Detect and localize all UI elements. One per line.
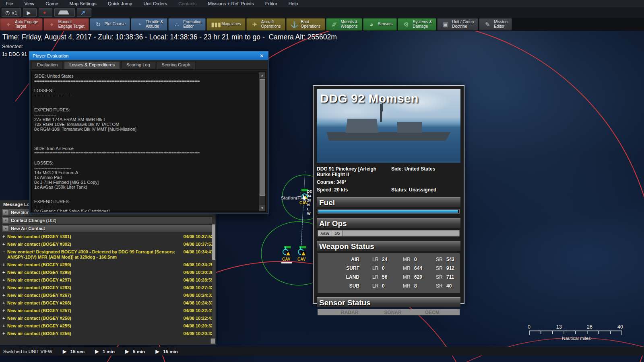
- sensor-radar-label[interactable]: RADAR: [341, 310, 358, 315]
- scroll-up-icon[interactable]: ▲: [259, 72, 265, 78]
- message-log-entry[interactable]: + New air contact (BOGEY #299) 04/08 10:…: [0, 261, 216, 269]
- ship-superstructure-forward: [345, 119, 378, 133]
- scrollbar-thumb[interactable]: [260, 79, 265, 196]
- message-log-entry[interactable]: + New air contact (BOGEY #302) 04/08 10:…: [0, 241, 216, 248]
- message-log-scrollbar[interactable]: [212, 209, 215, 337]
- dialog-tab[interactable]: Evaluation: [32, 61, 63, 69]
- toolbar-button[interactable]: ◕ Sensors: [363, 18, 397, 31]
- menu-item[interactable]: Game: [40, 1, 64, 6]
- mission-editor-icon: ✎: [483, 21, 491, 27]
- menu-item[interactable]: View: [19, 1, 40, 6]
- dialog-scrollbar[interactable]: ▲ ▼: [259, 72, 265, 211]
- group-collapse-icon[interactable]: ▼: [3, 217, 9, 223]
- time-step-button[interactable]: ▶ 1 min: [95, 348, 115, 354]
- group-collapse-icon[interactable]: ▼: [3, 209, 9, 215]
- time-step-label: 5 min: [133, 349, 145, 354]
- transport-button[interactable]: [54, 8, 75, 17]
- menu-item[interactable]: Help: [283, 1, 304, 6]
- air-ops-asw-tab[interactable]: ASW: [318, 230, 332, 236]
- message-log-entry[interactable]: + New air contact (BOGEY #268) 04/08 10:…: [0, 299, 216, 307]
- clock-icon: ◷: [5, 10, 10, 15]
- transport-button[interactable]: ↗: [77, 8, 91, 17]
- formation-editor-icon: ∴: [173, 21, 181, 27]
- toolbar-button[interactable]: ⚓ Boat Operations: [286, 18, 325, 31]
- toolbar-button[interactable]: ◔ Throttle & Altitude: [131, 18, 167, 31]
- toolbar-button[interactable]: ✎ Mission Editor: [479, 18, 512, 31]
- play-step-icon: ▶: [63, 348, 67, 354]
- toolbar-button[interactable]: ↻ Plot Course: [90, 18, 130, 31]
- entry-text: New air contact (BOGEY #301): [7, 234, 178, 239]
- entry-expand-icon[interactable]: +: [2, 300, 7, 306]
- transport-button[interactable]: ◷ x1: [2, 8, 21, 17]
- toolbar-button[interactable]: ⚙ Systems & Damage: [398, 18, 436, 31]
- menu-item[interactable]: Contacts: [173, 1, 202, 6]
- message-log-entry[interactable]: + New air contact (BOGEY #256) 04/08 10:…: [0, 330, 216, 337]
- entry-expand-icon[interactable]: +: [2, 234, 7, 239]
- scroll-down-icon[interactable]: ▼: [259, 205, 265, 211]
- entry-expand-icon[interactable]: +: [2, 331, 7, 336]
- toolbar-button[interactable]: ✈ Aircraft Operations: [246, 18, 285, 31]
- message-log-entry[interactable]: + New air contact (BOGEY #258) 04/08 10:…: [0, 315, 216, 322]
- report-line: SIDE: United States: [34, 74, 257, 78]
- message-log-entry[interactable]: + New air contact (BOGEY #267) 04/08 10:…: [0, 292, 216, 299]
- toolbar-button[interactable]: ▣ Unit / Group Doctrine: [437, 18, 478, 31]
- menu-item[interactable]: Missions + Ref. Points: [202, 1, 260, 6]
- weapon-lr-label: LR: [372, 265, 382, 271]
- group-collapse-icon[interactable]: ▲: [3, 225, 9, 231]
- time-step-button[interactable]: ▶ 15 min: [155, 348, 178, 354]
- dialog-tab[interactable]: Losses & Expenditures: [64, 61, 120, 69]
- entry-expand-icon[interactable]: +: [2, 285, 7, 290]
- time-step-button[interactable]: ▶ 5 min: [125, 348, 145, 354]
- entry-expand-icon[interactable]: +: [2, 293, 7, 298]
- entry-expand-icon[interactable]: +: [2, 316, 7, 321]
- menu-item[interactable]: Quick Jump: [102, 1, 138, 6]
- message-log-entry[interactable]: − New contact! Designated BOGEY #300 - D…: [0, 248, 216, 261]
- message-log-entry[interactable]: + New air contact (BOGEY #301) 04/08 10:…: [0, 233, 216, 241]
- toolbar-button[interactable]: ∕∕∕ Mounts & Weapons: [326, 18, 362, 31]
- cav-b-label: CAV: [297, 257, 305, 261]
- dialog-tab[interactable]: Scoring Log: [121, 61, 155, 69]
- toolbar-button[interactable]: ⌖ Manual Engage Target: [43, 18, 89, 31]
- message-log-entry[interactable]: + New air contact (BOGEY #255) 04/08 10:…: [0, 322, 216, 330]
- toolbar-button[interactable]: ▮▮▮ Magazines: [206, 18, 245, 31]
- message-log-entry[interactable]: + New air contact (BOGEY #297) 04/08 10:…: [0, 276, 216, 284]
- message-log-scroll-thumb[interactable]: [212, 224, 215, 260]
- close-icon[interactable]: ✕: [258, 53, 265, 59]
- weapon-lr-value: 24: [382, 257, 402, 262]
- entry-expand-icon[interactable]: −: [2, 249, 7, 255]
- message-group-header[interactable]: ▲ New Air Contact: [2, 224, 214, 232]
- sensor-oecm-label[interactable]: OECM: [425, 310, 440, 315]
- aircraft-operations-icon: ✈: [251, 21, 259, 27]
- message-log-scroll-button[interactable]: [211, 338, 215, 344]
- fuel-bar-fill: [318, 210, 458, 213]
- time-step-label: 1 min: [103, 349, 115, 354]
- menu-item[interactable]: File: [0, 1, 19, 6]
- message-log-entry[interactable]: + New air contact (BOGEY #293) 04/08 10:…: [0, 284, 216, 292]
- message-log-entry[interactable]: + New air contact (BOGEY #298) 04/08 10:…: [0, 269, 216, 276]
- message-group-header[interactable]: ▼ Contact Change (102): [2, 216, 214, 224]
- menu-item[interactable]: Editor: [260, 1, 283, 6]
- toolbar-button[interactable]: ∴ Formation Editor: [168, 18, 206, 31]
- dialog-tab[interactable]: Scoring Graph: [157, 61, 196, 69]
- transport-button[interactable]: ●: [39, 8, 52, 17]
- report-line: [34, 98, 257, 103]
- group-label: New Air Contact: [11, 226, 45, 231]
- menu-item[interactable]: Unit Orders: [138, 1, 173, 6]
- toolbar-button-label: Mission Editor: [494, 20, 508, 29]
- entry-expand-icon[interactable]: +: [2, 323, 7, 329]
- message-log-entry[interactable]: + New air contact (BOGEY #257) 04/08 10:…: [0, 307, 216, 315]
- entry-timestamp: 04/08 10:37:53: [178, 242, 213, 247]
- toolbar-button[interactable]: ⌖ Auto Engage Target: [0, 18, 43, 31]
- entry-expand-icon[interactable]: +: [2, 242, 7, 247]
- transport-button[interactable]: ▶: [23, 8, 37, 17]
- entry-expand-icon[interactable]: +: [2, 308, 7, 313]
- entry-expand-icon[interactable]: +: [2, 262, 7, 267]
- toolbar-button-label: Auto Engage Target: [15, 20, 38, 29]
- time-step-button[interactable]: ▶ 15 sec: [63, 348, 85, 354]
- menu-item[interactable]: Map Settings: [64, 1, 102, 6]
- entry-expand-icon[interactable]: +: [2, 278, 7, 283]
- dialog-title-bar[interactable]: Player Evaluation ✕: [29, 51, 268, 60]
- sensor-sonar-label[interactable]: SONAR: [384, 310, 401, 315]
- entry-expand-icon[interactable]: +: [2, 270, 7, 275]
- scale-tick-labels: 0 13 26 40: [526, 324, 627, 330]
